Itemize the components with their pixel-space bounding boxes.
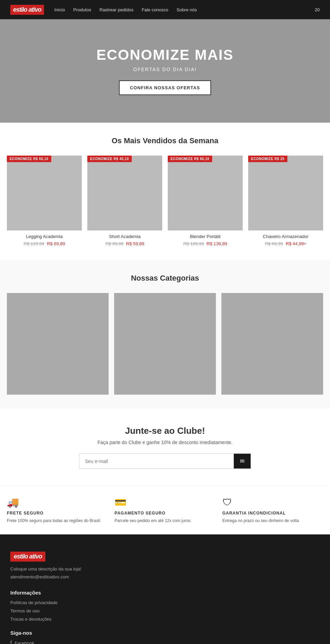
category-card-2[interactable] [114, 293, 216, 395]
product-new-price-0: R$ 69,89 [47, 241, 65, 246]
features-grid: 🚚 FRETE SEGURO Frete 100% seguro para to… [7, 497, 323, 524]
hero-cta-button[interactable]: CONFIRA NOSSAS OFERTAS [119, 80, 211, 95]
product-image-1 [87, 156, 162, 230]
product-image-2 [168, 156, 243, 230]
nav-rastrear[interactable]: Rastrear pedidos [99, 7, 133, 12]
hero-subtitle: OFERTAS DO DIA DIA! [133, 67, 197, 72]
footer-info-title: Informações [10, 590, 320, 596]
feature-desc-2: Entrega no prazo ou seu dinheiro de volt… [222, 518, 323, 524]
footer-logo-text: estilo ativo [14, 553, 42, 560]
footer-email: atendimento@estiloativo.com [10, 574, 320, 579]
product-name-2: Blender Portátil [168, 234, 243, 239]
footer-info-links: Políticas de privacidade Termos de uso T… [10, 600, 320, 622]
footer-social: Siga-nos f Facebook ⊙ Instagram [10, 630, 320, 644]
feature-1: 💳 PAGAMENTO SEGURO Parcele seu pedido em… [114, 497, 215, 524]
category-card-3[interactable] [221, 293, 323, 395]
nav-produtos[interactable]: Produtos [73, 7, 91, 12]
product-card-0[interactable]: ECONOMIZE R$ 60,10 Legging Academia R$ 1… [7, 156, 82, 246]
feature-icon-2: 🛡 [222, 497, 323, 508]
footer-link-returns[interactable]: Trocas e devoluções [10, 617, 51, 622]
club-title: Junte-se ao Clube! [7, 426, 323, 436]
facebook-icon: f [10, 640, 12, 644]
bestsellers-title: Os Mais Vendidos da Semana [7, 136, 323, 145]
product-prices-3: R$ 69,99 R$ 44,99+ [248, 241, 323, 246]
hero-section: ECONOMIZE MAIS OFERTAS DO DIA DIA! CONFI… [0, 19, 330, 123]
nav-links: Início Produtos Rastrear pedidos Fale co… [54, 7, 197, 12]
club-desc: Faça parte do Clube e ganhe 10% de desco… [7, 440, 323, 445]
feature-2: 🛡 GARANTIA INCONDICIONAL Entrega no praz… [222, 497, 323, 524]
feature-title-2: GARANTIA INCONDICIONAL [222, 511, 323, 516]
product-old-price-2: R$ 199,99 [183, 241, 204, 246]
product-card-3[interactable]: ECONOMIZE R$ 25 Chaveiro Armazenador R$ … [248, 156, 323, 246]
feature-title-0: FRETE SEGURO [7, 511, 108, 516]
feature-icon-0: 🚚 [7, 497, 108, 508]
features-section: 🚚 FRETE SEGURO Frete 100% seguro para to… [0, 486, 330, 534]
product-card-2[interactable]: ECONOMIZE R$ 60,10 Blender Portátil R$ 1… [168, 156, 243, 246]
product-new-price-2: R$ 139,89 [207, 241, 227, 246]
club-section: Junte-se ao Clube! Faça parte do Clube e… [0, 408, 330, 486]
product-badge-3: ECONOMIZE R$ 25 [248, 156, 287, 162]
product-prices-1: R$ 99,99 R$ 59,89 [87, 241, 162, 246]
categories-section: Nossas Categorias [0, 260, 330, 408]
email-form: ✉ [79, 453, 251, 469]
product-old-price-1: R$ 99,99 [105, 241, 123, 246]
category-card-1[interactable] [7, 293, 109, 395]
product-badge-2: ECONOMIZE R$ 60,10 [168, 156, 212, 162]
product-prices-2: R$ 199,99 R$ 139,89 [168, 241, 243, 246]
categories-title: Nossas Categorias [7, 274, 323, 283]
product-prices-0: R$ 129,99 R$ 69,89 [7, 241, 82, 246]
footer-desc: Coloque uma descrição da sua loja! [10, 566, 320, 572]
cart-count[interactable]: 20 [315, 7, 320, 12]
product-name-1: Short Academia [87, 234, 162, 239]
product-card-1[interactable]: ECONOMIZE R$ 40,10 Short Academia R$ 99,… [87, 156, 162, 246]
facebook-label: Facebook [14, 641, 34, 644]
footer: estilo ativo Coloque uma descrição da su… [0, 534, 330, 644]
product-old-price-3: R$ 69,99 [265, 241, 283, 246]
footer-logo[interactable]: estilo ativo [10, 552, 45, 562]
footer-link-privacy[interactable]: Políticas de privacidade [10, 600, 57, 605]
products-grid: ECONOMIZE R$ 60,10 Legging Academia R$ 1… [7, 156, 323, 246]
logo[interactable]: estilo ativo [10, 5, 44, 15]
email-icon: ✉ [240, 458, 244, 464]
nav-fale[interactable]: Fale conosco [142, 7, 168, 12]
product-new-price-1: R$ 59,89 [126, 241, 144, 246]
navigation: estilo ativo Início Produtos Rastrear pe… [0, 0, 330, 19]
logo-text: estilo ativo [13, 6, 41, 13]
footer-social-title: Siga-nos [10, 630, 320, 636]
categories-grid [7, 293, 323, 395]
email-input[interactable] [79, 454, 234, 468]
bestsellers-section: Os Mais Vendidos da Semana ECONOMIZE R$ … [0, 123, 330, 260]
product-badge-0: ECONOMIZE R$ 60,10 [7, 156, 51, 162]
feature-desc-1: Parcele seu pedido em até 12x com juros. [114, 518, 215, 524]
product-image-0 [7, 156, 82, 230]
product-name-0: Legging Academia [7, 234, 82, 239]
feature-desc-0: Frete 100% seguro para todas as regiões … [7, 518, 108, 524]
product-badge-1: ECONOMIZE R$ 40,10 [87, 156, 132, 162]
product-old-price-0: R$ 129,99 [24, 241, 44, 246]
hero-title: ECONOMIZE MAIS [96, 47, 233, 63]
feature-title-1: PAGAMENTO SEGURO [114, 511, 215, 516]
email-submit-button[interactable]: ✉ [234, 454, 251, 468]
feature-0: 🚚 FRETE SEGURO Frete 100% seguro para to… [7, 497, 108, 524]
product-name-3: Chaveiro Armazenador [248, 234, 323, 239]
nav-inicio[interactable]: Início [54, 7, 65, 12]
feature-icon-1: 💳 [114, 497, 215, 508]
product-image-3 [248, 156, 323, 230]
nav-sobre[interactable]: Sobre nós [176, 7, 197, 12]
footer-link-terms[interactable]: Termos de uso [10, 608, 40, 613]
product-new-price-3: R$ 44,99+ [286, 241, 306, 246]
social-facebook[interactable]: f Facebook [10, 640, 320, 644]
footer-info: Informações Políticas de privacidade Ter… [10, 590, 320, 622]
